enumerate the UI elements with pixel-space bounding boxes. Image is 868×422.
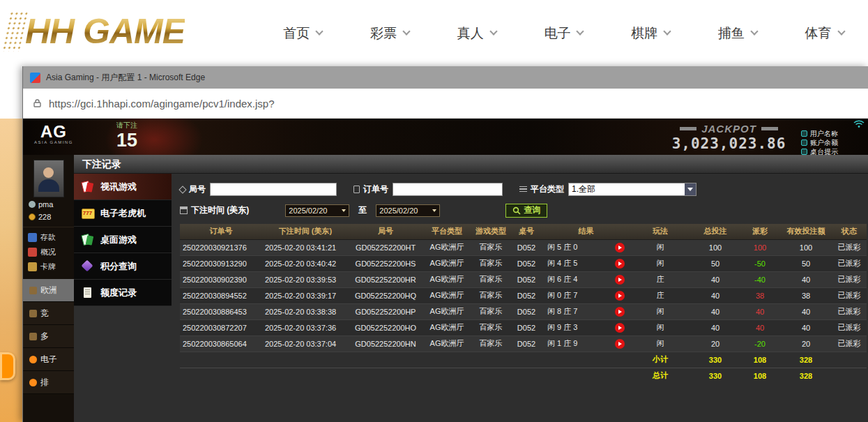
nav-item-slots[interactable]: 电子 [544, 24, 583, 43]
replay-icon[interactable] [615, 259, 625, 269]
replay-icon[interactable] [615, 323, 625, 333]
cell-total-bet: 20 [691, 336, 740, 352]
result-text: 闲 9 庄 3 [547, 322, 577, 333]
table-tip-row[interactable]: 桌台提示 [801, 147, 868, 155]
tab-table-games[interactable]: 桌面游戏 [74, 227, 172, 253]
link-label: 概况 [40, 247, 56, 257]
magnifier-icon [512, 206, 521, 215]
total-bet: 330 [691, 368, 740, 384]
replay-icon[interactable] [615, 291, 625, 301]
cell-payout: 38 [740, 287, 780, 303]
balance-row[interactable]: 账户余额 [801, 138, 868, 147]
total-row: 总计 330 108 328 [180, 368, 867, 384]
date-from-value: 2025/02/20 [289, 206, 327, 215]
cell-bet-time: 2025-02-20 03:40:42 [262, 255, 349, 271]
user-name-row[interactable]: 用户名称 [801, 129, 868, 138]
edge-window: Asia Gaming - 用户配置 1 - Microsoft Edge ht… [22, 66, 868, 422]
platform-type-select[interactable]: 1.全部 [568, 183, 696, 196]
nav-item-home[interactable]: 首页 [283, 24, 322, 43]
cell-order-no: 250220030894552 [180, 287, 262, 303]
nav-item-lottery[interactable]: 彩票 [370, 24, 409, 43]
order-no-input[interactable] [393, 183, 503, 196]
nav-item-sports[interactable]: 体育 [805, 24, 844, 43]
tab-video-games[interactable]: 视讯游戏 [74, 174, 172, 200]
address-bar[interactable]: https://gci.1hhapi.com/agingame/pcv1/ind… [23, 89, 868, 119]
hall-item-slots[interactable]: 电子 [23, 348, 74, 371]
jackpot-value: 3,023,023.86 [654, 135, 804, 152]
result-text: 闲 5 庄 0 [547, 242, 577, 253]
cell-total-bet: 40 [691, 287, 740, 303]
result-text: 闲 6 庄 4 [547, 274, 577, 285]
hall-item-multi[interactable]: 多 [23, 325, 74, 348]
cell-play-method: 闲 [630, 336, 691, 352]
table-icon [801, 149, 807, 155]
hall-icon [29, 310, 37, 317]
nav-label: 电子 [544, 24, 570, 43]
hall-label: 多 [40, 331, 49, 342]
col-header-bet: 总投注 [691, 224, 740, 239]
replay-icon[interactable] [615, 307, 625, 317]
cell-game-type: 百家乐 [471, 287, 510, 303]
query-button[interactable]: 查询 [505, 204, 547, 218]
nav-item-live[interactable]: 真人 [457, 24, 496, 43]
sidebar-link-cards[interactable]: 卡牌 [23, 259, 74, 274]
table-row: 250220030921376 2025-02-20 03:41:21 GD05… [180, 239, 867, 255]
table-row: 250220030902390 2025-02-20 03:39:53 GD05… [180, 271, 867, 287]
nav-item-fishing[interactable]: 捕鱼 [718, 24, 757, 43]
col-header-result: 结果 [542, 224, 630, 239]
cell-game-type: 百家乐 [471, 319, 510, 336]
user-icon [801, 130, 807, 137]
overview-icon [28, 248, 37, 257]
subtotal-row: 小计 330 108 328 [180, 352, 867, 368]
subtotal-bet: 330 [691, 352, 740, 368]
hall-item-rank[interactable]: 排 [23, 371, 74, 394]
result-text: 闲 1 庄 9 [547, 338, 577, 349]
cell-total-bet: 40 [691, 271, 740, 287]
hall-item-europe[interactable]: 欧洲 [23, 279, 74, 302]
window-titlebar[interactable]: Asia Gaming - 用户配置 1 - Microsoft Edge [23, 66, 868, 89]
replay-icon[interactable] [615, 339, 625, 349]
tab-slot-machine[interactable]: 电子老虎机 [74, 200, 172, 227]
site-header: HH GAME 首页 彩票 真人 电子 棋牌 捕鱼 体育 [0, 0, 868, 66]
nav-label: 捕鱼 [718, 24, 745, 43]
user-name-label: 用户名称 [810, 129, 838, 139]
replay-icon[interactable] [615, 243, 625, 253]
cell-game-type: 百家乐 [471, 271, 510, 287]
cell-round-no: GD052252200HT [349, 239, 422, 255]
jackpot-ornament [680, 127, 696, 130]
deposit-icon [28, 233, 37, 242]
date-to-select[interactable]: 2025/02/20 [376, 204, 440, 217]
url-text[interactable]: https://gci.1hhapi.com/agingame/pcv1/ind… [49, 98, 275, 110]
cell-round-no: GD052252200HO [349, 319, 422, 336]
list-icon [519, 186, 527, 193]
table-tip-label: 桌台提示 [810, 147, 838, 156]
wallet-icon [801, 140, 807, 146]
date-from-select[interactable]: 2025/02/20 [285, 204, 349, 217]
coin-icon [29, 213, 36, 220]
cell-order-no: 250220030865064 [180, 336, 262, 352]
cell-status: 已派彩 [832, 239, 867, 255]
site-logo[interactable]: HH GAME [6, 11, 185, 52]
cell-table-no: D052 [510, 239, 542, 255]
ag-logo: AG ASIA GAMING [34, 123, 73, 144]
sidebar-link-deposit[interactable]: 存款 [23, 230, 74, 245]
floating-widget-button[interactable] [0, 352, 15, 380]
cell-round-no: GD052252200HR [349, 271, 422, 287]
hall-item-bid[interactable]: 竞 [23, 302, 74, 325]
hall-icon [29, 287, 37, 294]
cell-game-type: 百家乐 [471, 255, 510, 271]
replay-icon[interactable] [615, 275, 625, 285]
tab-points-query[interactable]: 积分查询 [74, 253, 172, 280]
cell-valid-bet: 40 [780, 319, 832, 336]
round-no-input[interactable] [210, 183, 337, 196]
cell-valid-bet: 20 [780, 336, 832, 352]
hall-icon [29, 356, 37, 363]
panel-tab-column: 视讯游戏 电子老虎机 桌面游戏 积分查询 额度记录 [74, 174, 172, 422]
sidebar-link-overview[interactable]: 概况 [23, 245, 74, 259]
total-valid: 328 [780, 368, 832, 384]
col-header-payout: 派彩 [740, 224, 780, 239]
nav-item-cards[interactable]: 棋牌 [631, 24, 670, 43]
col-header-platform: 平台类型 [422, 224, 471, 239]
green-cards-icon [81, 234, 95, 246]
tab-quota-record[interactable]: 额度记录 [74, 280, 172, 306]
